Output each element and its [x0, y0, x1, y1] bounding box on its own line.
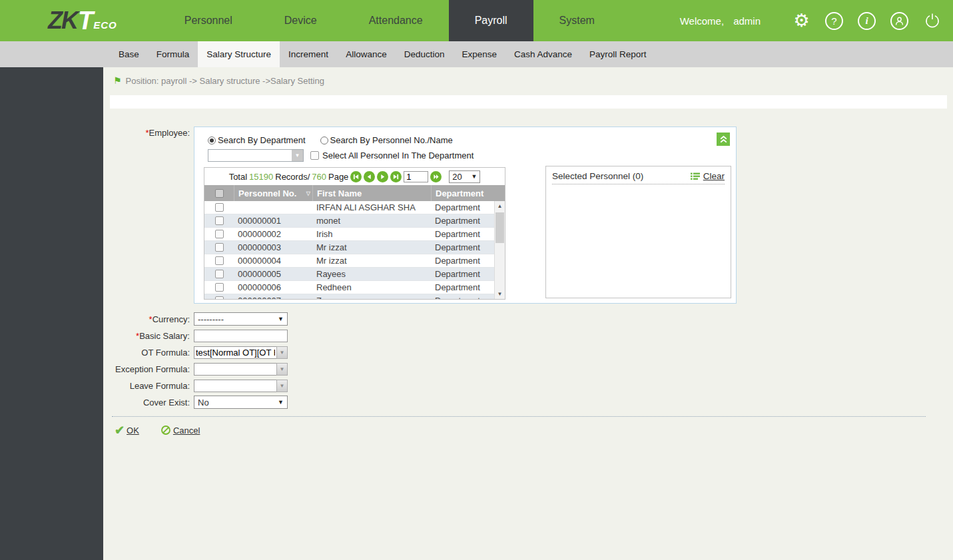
gear-icon[interactable]: ⚙: [793, 12, 810, 30]
ok-label[interactable]: OK: [127, 425, 139, 435]
check-icon: ✔: [115, 425, 125, 435]
cell-first-name: Mr izzat: [312, 254, 431, 267]
breadcrumb-text: Position: payroll -> Salary structure ->…: [126, 76, 324, 86]
top-nav-system[interactable]: System: [533, 0, 621, 41]
pages-count: 760: [312, 172, 326, 182]
table-row[interactable]: 000000007ZaDepartment: [204, 294, 494, 299]
search-by-personnel-radio[interactable]: [320, 137, 328, 144]
top-nav: PersonnelDeviceAttendancePayrollSystem: [159, 0, 621, 41]
sub-nav-deduction[interactable]: Deduction: [396, 41, 454, 67]
row-checkbox[interactable]: [215, 230, 224, 238]
table-row[interactable]: 000000006RedheenDepartment: [204, 281, 494, 294]
sub-nav-base[interactable]: Base: [110, 41, 148, 67]
table-row[interactable]: 000000003Mr izzatDepartment: [204, 241, 494, 254]
sub-nav-expense[interactable]: Expense: [453, 41, 505, 67]
first-page-button[interactable]: [350, 171, 362, 182]
chevron-down-icon: ▼: [471, 173, 477, 180]
select-all-label[interactable]: Select All Personnel In The Department: [322, 150, 474, 160]
chevron-down-icon[interactable]: ▼: [276, 380, 288, 392]
top-nav-attendance[interactable]: Attendance: [343, 0, 449, 41]
logo-t: T: [78, 7, 93, 35]
info-icon[interactable]: i: [858, 12, 876, 30]
chevron-down-icon[interactable]: ▼: [276, 363, 288, 376]
table-row[interactable]: IRFAN ALI ASGHAR SHADepartment: [204, 201, 494, 214]
row-checkbox[interactable]: [215, 283, 224, 292]
top-nav-personnel[interactable]: Personnel: [159, 0, 258, 41]
row-checkbox[interactable]: [215, 216, 224, 225]
power-icon[interactable]: [923, 12, 941, 30]
scrollbar-thumb[interactable]: [495, 212, 504, 243]
search-by-department-radio[interactable]: [208, 137, 216, 144]
search-by-department-label[interactable]: Search By Department: [218, 135, 306, 145]
sub-nav-formula[interactable]: Formula: [148, 41, 198, 67]
user-icon[interactable]: [890, 12, 908, 30]
flag-icon: ⚑: [113, 75, 122, 86]
header-first-name[interactable]: First Name: [312, 185, 431, 201]
chevron-down-icon[interactable]: ▼: [276, 346, 288, 359]
next-page-button[interactable]: [377, 171, 388, 182]
sub-nav-cash-advance[interactable]: Cash Advance: [505, 41, 581, 67]
help-icon[interactable]: ?: [825, 12, 843, 30]
cell-personnel-no: 000000002: [234, 228, 312, 240]
sub-nav-increment[interactable]: Increment: [280, 41, 337, 67]
table-row[interactable]: 000000005RayeesDepartment: [204, 268, 494, 281]
page-size-select[interactable]: 20 ▼: [449, 170, 480, 183]
collapse-panel-button[interactable]: [717, 133, 730, 146]
row-checkbox-cell: [204, 241, 234, 254]
prev-page-button[interactable]: [364, 171, 375, 182]
cell-personnel-no: 000000001: [234, 214, 312, 227]
table-row[interactable]: 000000002IrishDepartment: [204, 228, 494, 241]
cover-exist-select[interactable]: No▼: [194, 396, 288, 409]
sort-icon[interactable]: ▽: [306, 190, 310, 196]
ok-button[interactable]: ✔ OK: [115, 425, 139, 435]
chevron-down-icon: ▼: [278, 399, 284, 406]
department-row: ▼ Select All Personnel In The Department: [208, 149, 474, 162]
ot-formula-input[interactable]: [194, 346, 276, 359]
required-asterisk: *: [136, 331, 139, 341]
row-checkbox[interactable]: [215, 203, 224, 212]
row-checkbox[interactable]: [215, 296, 224, 299]
toolbar-strip: [110, 95, 947, 109]
chevron-down-icon[interactable]: ▼: [292, 150, 303, 161]
last-page-button[interactable]: [390, 171, 402, 182]
header-personnel-no[interactable]: Personnel No.▽: [234, 185, 312, 201]
table-scrollbar[interactable]: ▲ ▼: [494, 201, 505, 299]
sub-nav-allowance[interactable]: Allowance: [337, 41, 396, 67]
row-checkbox[interactable]: [215, 256, 224, 265]
header-department[interactable]: Department: [431, 185, 494, 201]
clear-link[interactable]: Clear: [691, 171, 725, 181]
scroll-up-icon[interactable]: ▲: [495, 201, 505, 211]
exceptionformula-label: Exception Formula:: [103, 364, 190, 374]
scroll-down-icon[interactable]: ▼: [495, 289, 505, 299]
cancel-label[interactable]: Cancel: [173, 425, 200, 435]
sub-nav-payroll-report[interactable]: Payroll Report: [581, 41, 655, 67]
sub-nav-salary-structure[interactable]: Salary Structure: [198, 41, 280, 67]
selected-personnel-title: Selected Personnel (0): [552, 171, 643, 181]
clear-label[interactable]: Clear: [703, 171, 725, 181]
select-all-checkbox[interactable]: [310, 151, 319, 160]
table-row[interactable]: 000000004Mr izzatDepartment: [204, 254, 494, 268]
personnel-table: Total 15190 Records/760 Page 20 ▼: [204, 167, 505, 300]
exception-formula-input[interactable]: [194, 363, 276, 376]
department-select[interactable]: ▼: [208, 149, 304, 162]
top-nav-device[interactable]: Device: [258, 0, 343, 41]
currency-select[interactable]: ---------▼: [194, 312, 288, 326]
cell-department: Department: [431, 228, 494, 240]
go-page-button[interactable]: [430, 171, 442, 182]
top-nav-payroll[interactable]: Payroll: [449, 0, 533, 41]
cancel-button[interactable]: Cancel: [160, 425, 200, 435]
page-input[interactable]: [404, 171, 428, 182]
row-checkbox[interactable]: [215, 243, 224, 252]
welcome-text: Welcome,: [680, 15, 724, 27]
row-checkbox[interactable]: [215, 270, 224, 278]
cell-personnel-no: 000000005: [234, 268, 312, 280]
basic-salary-input[interactable]: [194, 330, 288, 342]
employee-label: *Employee:: [103, 128, 190, 138]
cell-department: Department: [431, 241, 494, 254]
coverexist-label: Cover Exist:: [103, 398, 190, 408]
select-all-rows-checkbox[interactable]: [215, 189, 224, 198]
double-chevron-up-icon: [719, 135, 728, 144]
leave-formula-input[interactable]: [194, 380, 276, 392]
table-row[interactable]: 000000001monetDepartment: [204, 214, 494, 228]
search-by-personnel-label[interactable]: Search By Personnel No./Name: [330, 135, 453, 145]
